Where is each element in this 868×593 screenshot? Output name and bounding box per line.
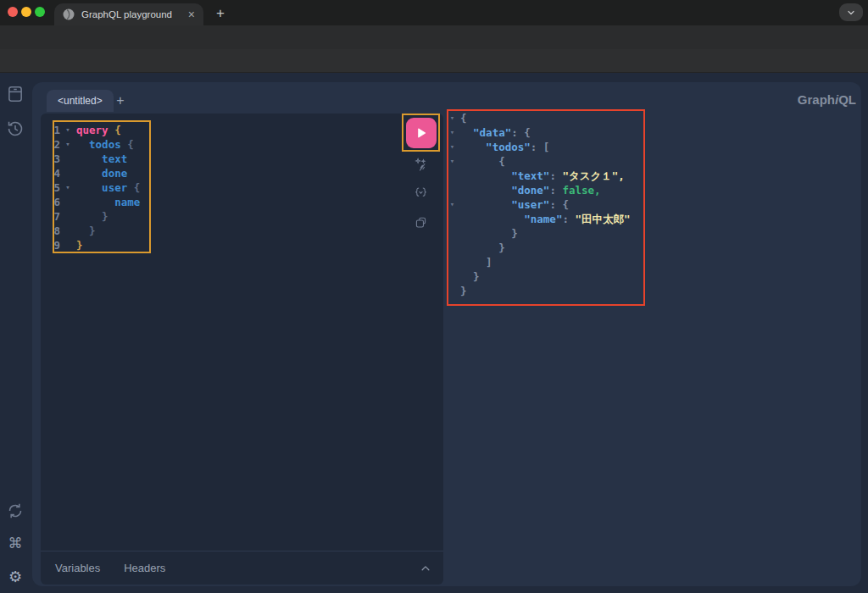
history-icon[interactable] — [6, 119, 25, 138]
settings-gear-icon[interactable]: ⚙ — [6, 568, 25, 586]
editor-footer: Variables Headers — [41, 551, 443, 585]
bookmarks-bar: すべてのブックマーク — [0, 49, 868, 73]
annotation-box-response — [447, 109, 645, 306]
traffic-light-close-button[interactable] — [8, 7, 18, 17]
headers-tab[interactable]: Headers — [124, 562, 165, 574]
merge-fragments-icon[interactable] — [414, 186, 428, 200]
refetch-schema-icon[interactable] — [6, 502, 25, 520]
add-session-tab-button[interactable]: + — [111, 91, 130, 110]
traffic-light-zoom-button[interactable] — [35, 7, 45, 17]
collapse-chevron-icon[interactable] — [420, 563, 431, 574]
graphiql-logo: GraphiQL — [798, 92, 856, 107]
tab-title: GraphQL playground — [81, 9, 181, 19]
browser-toolbar: localhost:8080 — [0, 25, 868, 49]
browser-tab-strip: GraphQL playground × + — [0, 0, 868, 25]
tab-close-icon[interactable]: × — [188, 8, 195, 20]
prettify-icon[interactable] — [414, 158, 428, 172]
copy-query-icon[interactable] — [414, 215, 428, 230]
tab-favicon-icon — [63, 8, 75, 20]
docs-icon[interactable] — [6, 85, 25, 103]
variables-tab[interactable]: Variables — [55, 562, 100, 574]
browser-tab[interactable]: GraphQL playground × — [54, 3, 203, 25]
tab-search-button[interactable] — [839, 3, 863, 21]
keyboard-shortcuts-icon[interactable]: ⌘ — [6, 535, 25, 553]
new-tab-button[interactable]: + — [212, 5, 229, 22]
traffic-light-minimize-button[interactable] — [21, 7, 31, 17]
chevron-down-icon — [846, 8, 856, 18]
session-tab-untitled[interactable]: <untitled> — [47, 90, 114, 112]
annotation-box-query — [53, 120, 151, 253]
annotation-box-execute — [402, 114, 440, 152]
